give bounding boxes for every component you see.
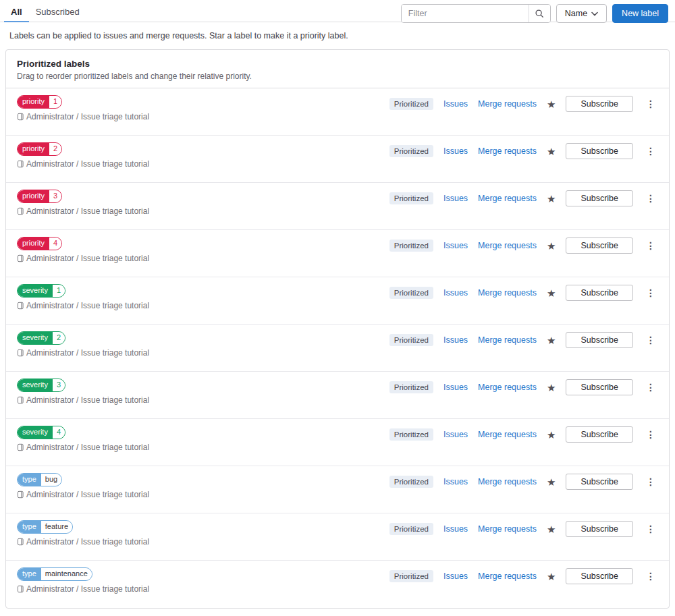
project-name-text: Administrator / Issue triage tutorial (26, 490, 149, 499)
project-name-text: Administrator / Issue triage tutorial (26, 206, 149, 216)
kebab-menu-icon[interactable]: ⋮ (643, 335, 658, 345)
star-icon[interactable]: ★ (547, 430, 556, 440)
star-icon[interactable]: ★ (547, 524, 556, 534)
project-name-text: Administrator / Issue triage tutorial (26, 348, 149, 358)
project-name: Administrator / Issue triage tutorial (17, 254, 149, 264)
label-info: priority1 Administrator / Issue triage t… (17, 94, 149, 122)
project-icon (17, 443, 24, 451)
scoped-label-badge[interactable]: severity1 (17, 284, 65, 298)
filter-input[interactable] (402, 5, 529, 22)
scoped-label-badge[interactable]: priority1 (17, 95, 62, 109)
subscribe-button[interactable]: Subscribe (566, 426, 633, 443)
merge-requests-link[interactable]: Merge requests (478, 194, 537, 203)
scoped-label-badge[interactable]: typefeature (17, 520, 73, 534)
merge-requests-link[interactable]: Merge requests (478, 146, 537, 156)
scoped-label-badge[interactable]: typemaintenance (17, 567, 92, 581)
label-value: 3 (53, 379, 65, 391)
subscribe-button[interactable]: Subscribe (566, 332, 633, 348)
kebab-menu-icon[interactable]: ⋮ (643, 383, 658, 392)
kebab-menu-icon[interactable]: ⋮ (643, 194, 658, 203)
star-icon[interactable]: ★ (547, 99, 556, 109)
kebab-menu-icon[interactable]: ⋮ (643, 288, 658, 298)
star-icon[interactable]: ★ (547, 335, 556, 345)
kebab-menu-icon[interactable]: ⋮ (643, 241, 658, 250)
kebab-menu-icon[interactable]: ⋮ (643, 524, 658, 534)
merge-requests-link[interactable]: Merge requests (478, 288, 537, 298)
issues-link[interactable]: Issues (443, 524, 468, 534)
issues-link[interactable]: Issues (443, 477, 468, 486)
label-info: typemaintenance Administrator / Issue tr… (17, 567, 149, 594)
subscribe-button[interactable]: Subscribe (566, 285, 633, 301)
prioritized-badge: Prioritized (389, 570, 433, 582)
label-row: priority4 Administrator / Issue triage t… (6, 230, 669, 277)
subscribe-button[interactable]: Subscribe (566, 379, 633, 395)
label-value: 1 (49, 96, 61, 108)
star-icon[interactable]: ★ (547, 571, 556, 582)
star-icon[interactable]: ★ (547, 146, 556, 157)
tab-all[interactable]: All (4, 1, 29, 22)
star-icon[interactable]: ★ (547, 288, 556, 298)
issues-link[interactable]: Issues (443, 146, 468, 156)
label-row: typemaintenance Administrator / Issue tr… (6, 561, 669, 608)
project-icon (17, 538, 24, 546)
merge-requests-link[interactable]: Merge requests (478, 335, 537, 345)
prioritized-label-list: priority1 Administrator / Issue triage t… (6, 88, 669, 608)
kebab-menu-icon[interactable]: ⋮ (643, 477, 658, 486)
scoped-label-badge[interactable]: priority4 (17, 237, 62, 250)
project-name: Administrator / Issue triage tutorial (17, 443, 149, 453)
card-title: Prioritized labels (17, 59, 658, 69)
kebab-menu-icon[interactable]: ⋮ (643, 571, 658, 581)
card-subtitle: Drag to reorder prioritized labels and c… (17, 72, 658, 81)
issues-link[interactable]: Issues (443, 194, 468, 203)
subscribe-button[interactable]: Subscribe (566, 474, 633, 490)
label-row-actions: Prioritized Issues Merge requests ★ Subs… (389, 331, 658, 349)
subscribe-button[interactable]: Subscribe (566, 237, 633, 254)
issues-link[interactable]: Issues (443, 335, 468, 345)
merge-requests-link[interactable]: Merge requests (478, 430, 537, 439)
kebab-menu-icon[interactable]: ⋮ (643, 146, 658, 156)
subscribe-button[interactable]: Subscribe (566, 521, 633, 537)
kebab-menu-icon[interactable]: ⋮ (643, 430, 658, 439)
label-row-actions: Prioritized Issues Merge requests ★ Subs… (389, 520, 658, 538)
new-label-button[interactable]: New label (612, 4, 668, 23)
scoped-label-badge[interactable]: severity2 (17, 331, 65, 345)
merge-requests-link[interactable]: Merge requests (478, 524, 537, 534)
merge-requests-link[interactable]: Merge requests (478, 477, 537, 486)
star-icon[interactable]: ★ (547, 477, 556, 487)
label-row: typefeature Administrator / Issue triage… (6, 513, 669, 561)
project-name: Administrator / Issue triage tutorial (17, 206, 149, 217)
prioritized-badge: Prioritized (389, 192, 433, 204)
label-info: priority3 Administrator / Issue triage t… (17, 189, 149, 217)
label-value: 4 (49, 237, 61, 250)
subscribe-button[interactable]: Subscribe (566, 143, 633, 159)
issues-link[interactable]: Issues (443, 288, 468, 298)
search-button[interactable] (529, 5, 550, 22)
merge-requests-link[interactable]: Merge requests (478, 383, 537, 392)
subscribe-button[interactable]: Subscribe (566, 190, 633, 206)
scoped-label-badge[interactable]: severity3 (17, 379, 65, 392)
subscribe-button[interactable]: Subscribe (566, 96, 633, 112)
scoped-label-badge[interactable]: severity4 (17, 426, 65, 439)
issues-link[interactable]: Issues (443, 241, 468, 250)
issues-link[interactable]: Issues (443, 383, 468, 392)
star-icon[interactable]: ★ (547, 194, 556, 204)
issues-link[interactable]: Issues (443, 430, 468, 439)
scoped-label-badge[interactable]: priority3 (17, 190, 62, 203)
subscribe-button[interactable]: Subscribe (566, 568, 633, 584)
sort-by-name-dropdown[interactable]: Name (556, 4, 607, 23)
issues-link[interactable]: Issues (443, 99, 468, 109)
merge-requests-link[interactable]: Merge requests (478, 241, 537, 250)
star-icon[interactable]: ★ (547, 241, 556, 251)
issues-link[interactable]: Issues (443, 571, 468, 581)
star-icon[interactable]: ★ (547, 383, 556, 393)
project-name: Administrator / Issue triage tutorial (17, 584, 149, 594)
scoped-label-badge[interactable]: typebug (17, 473, 62, 486)
merge-requests-link[interactable]: Merge requests (478, 99, 537, 109)
scoped-label-badge[interactable]: priority2 (17, 142, 62, 156)
tab-subscribed[interactable]: Subscribed (29, 1, 86, 22)
merge-requests-link[interactable]: Merge requests (478, 571, 537, 581)
prioritized-badge: Prioritized (389, 381, 433, 393)
label-scope: priority (18, 237, 49, 250)
label-row: priority1 Administrator / Issue triage t… (6, 88, 669, 136)
kebab-menu-icon[interactable]: ⋮ (643, 99, 658, 109)
